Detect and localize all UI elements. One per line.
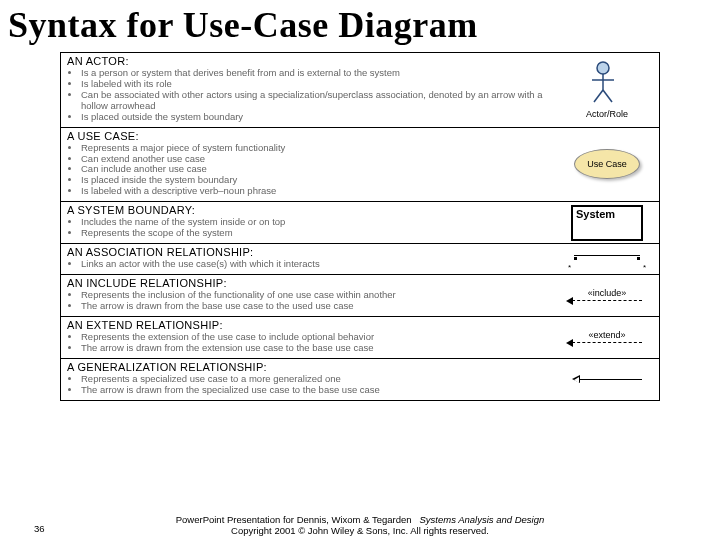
bullets-boundary: Includes the name of the system inside o… [67,217,549,239]
extend-arrow-icon: «extend» [572,330,642,345]
association-line-icon [568,247,646,263]
slide-title: Syntax for Use-Case Diagram [0,0,720,46]
heading-usecase: A USE CASE: [67,130,549,142]
footer-copyright: Copyright 2001 © John Wiley & Sons, Inc.… [231,525,489,536]
usecase-icon: Use Case [574,149,640,179]
bullets-actor: Is a person or system that derives benef… [67,68,549,123]
section-actor: AN ACTOR: Is a person or system that der… [61,53,659,128]
heading-include: AN INCLUDE RELATIONSHIP: [67,277,549,289]
page-number: 36 [34,523,45,534]
svg-point-0 [597,62,609,74]
syntax-table: AN ACTOR: Is a person or system that der… [60,52,660,401]
section-extend: AN EXTEND RELATIONSHIP: Represents the e… [61,317,659,359]
section-generalization: A GENERALIZATION RELATIONSHIP: Represent… [61,359,659,400]
bullets-association: Links an actor with the use case(s) with… [67,259,549,270]
svg-line-3 [594,90,603,102]
svg-line-4 [603,90,612,102]
bullets-generalization: Represents a specialized use case to a m… [67,374,549,396]
section-association: AN ASSOCIATION RELATIONSHIP: Links an ac… [61,244,659,275]
section-usecase: A USE CASE: Represents a major piece of … [61,128,659,203]
section-include: AN INCLUDE RELATIONSHIP: Represents the … [61,275,659,317]
footer-credit: PowerPoint Presentation for Dennis, Wixo… [176,514,412,525]
bullets-usecase: Represents a major piece of system funct… [67,143,549,198]
heading-generalization: A GENERALIZATION RELATIONSHIP: [67,361,549,373]
system-box-icon: System [571,205,643,241]
heading-extend: AN EXTEND RELATIONSHIP: [67,319,549,331]
heading-actor: AN ACTOR: [67,55,549,67]
footer: 36 PowerPoint Presentation for Dennis, W… [0,514,720,536]
footer-book: Systems Analysis and Design [419,514,544,525]
section-boundary: A SYSTEM BOUNDARY: Includes the name of … [61,202,659,244]
bullets-extend: Represents the extension of the use case… [67,332,549,354]
include-arrow-icon: «include» [572,288,642,303]
actor-label: Actor/Role [586,109,628,119]
heading-boundary: A SYSTEM BOUNDARY: [67,204,549,216]
generalization-arrow-icon [572,373,642,385]
actor-icon [586,60,620,104]
bullets-include: Represents the inclusion of the function… [67,290,549,312]
heading-association: AN ASSOCIATION RELATIONSHIP: [67,246,549,258]
